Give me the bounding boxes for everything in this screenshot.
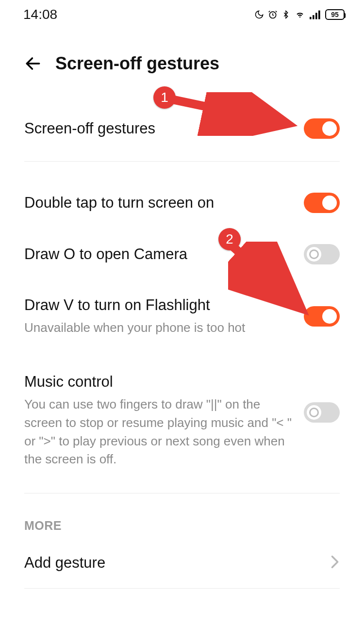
arrow-left-icon <box>24 54 42 73</box>
status-icons: 95 <box>254 9 345 20</box>
annotation-badge-1: 1 <box>153 86 176 109</box>
dnd-moon-icon <box>254 10 264 19</box>
section-label-more: MORE <box>0 493 364 538</box>
row-title: Double tap to turn screen on <box>24 193 294 213</box>
toggle-double-tap[interactable] <box>304 193 340 213</box>
row-subtitle: You can use two fingers to draw "||" on … <box>24 395 294 469</box>
row-title: Draw O to open Camera <box>24 245 294 264</box>
toggle-draw-o[interactable] <box>304 244 340 264</box>
row-subtitle: Unavailable when your phone is too hot <box>24 319 294 337</box>
toggle-draw-v[interactable] <box>304 306 340 327</box>
row-screen-off-gestures[interactable]: Screen-off gestures <box>0 83 364 161</box>
chevron-right-icon <box>330 554 340 573</box>
toggle-music-control[interactable] <box>304 402 340 423</box>
row-title: Add gesture <box>24 553 320 573</box>
page-header: Screen-off gestures <box>0 28 364 83</box>
back-button[interactable] <box>23 54 43 73</box>
row-title: Draw V to turn on Flashlight <box>24 296 294 315</box>
annotation-badge-2: 2 <box>218 228 241 250</box>
row-music-control[interactable]: Music control You can use two fingers to… <box>0 353 364 493</box>
row-draw-v[interactable]: Draw V to turn on Flashlight Unavailable… <box>0 280 364 353</box>
divider <box>24 588 340 589</box>
svg-rect-3 <box>315 13 317 19</box>
bluetooth-icon <box>281 9 290 20</box>
row-title: Screen-off gestures <box>24 119 294 138</box>
row-draw-o[interactable]: Draw O to open Camera <box>0 229 364 280</box>
alarm-icon <box>268 10 278 19</box>
row-text: Music control You can use two fingers to… <box>24 372 304 469</box>
row-text: Draw V to turn on Flashlight Unavailable… <box>24 296 304 337</box>
row-title: Music control <box>24 372 294 392</box>
svg-rect-2 <box>313 15 314 19</box>
signal-icon <box>310 10 321 19</box>
row-text: Double tap to turn screen on <box>24 193 304 213</box>
row-double-tap[interactable]: Double tap to turn screen on <box>0 162 364 229</box>
svg-rect-1 <box>310 17 312 19</box>
battery-icon: 95 <box>325 9 345 20</box>
toggle-screen-off-gestures[interactable] <box>304 118 340 139</box>
status-time: 14:08 <box>23 7 57 22</box>
svg-rect-4 <box>318 11 320 19</box>
row-text: Screen-off gestures <box>24 119 304 138</box>
battery-percent: 95 <box>331 11 339 18</box>
wifi-icon <box>294 10 306 19</box>
page-title: Screen-off gestures <box>55 53 219 74</box>
row-add-gesture[interactable]: Add gesture <box>0 538 364 588</box>
row-text: Draw O to open Camera <box>24 245 304 264</box>
row-text: Add gesture <box>24 553 330 573</box>
status-bar: 14:08 95 <box>0 0 364 28</box>
